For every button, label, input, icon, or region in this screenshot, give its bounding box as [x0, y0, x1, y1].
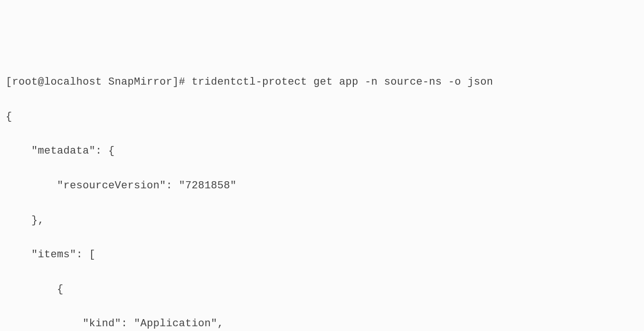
output-line: },	[6, 212, 638, 229]
command-prompt-line: [root@localhost SnapMirror]# tridentctl-…	[6, 74, 638, 91]
output-line: {	[6, 281, 638, 298]
output-line: "items": [	[6, 246, 638, 263]
output-line: "metadata": {	[6, 143, 638, 160]
output-line: "kind": "Application",	[6, 315, 638, 331]
output-line: "resourceVersion": "7281858"	[6, 177, 638, 195]
output-line: {	[6, 108, 638, 126]
